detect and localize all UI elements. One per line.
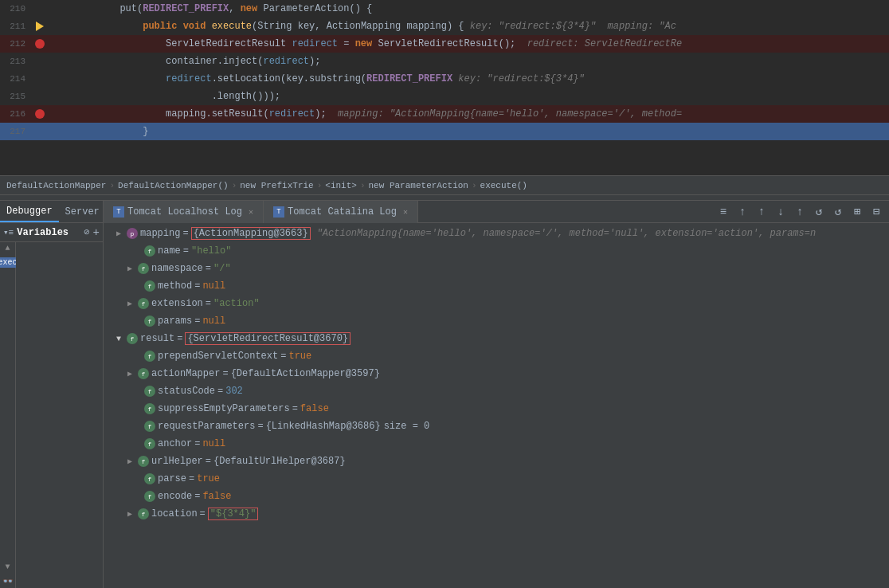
field-icon-anchor: f [144, 438, 155, 449]
debug-tabs-bar: T Tomcat Localhost Log ✕ T Tomcat Catali… [104, 201, 889, 223]
tomcat-catalina-close[interactable]: ✕ [403, 207, 408, 217]
var-row-statuscode[interactable]: ▶ f statusCode = 302 [104, 382, 889, 400]
scroll-down-icon[interactable]: ▼ [5, 563, 10, 571]
glasses-icon[interactable]: 👓 [2, 576, 14, 586]
var-val-params: null [202, 316, 225, 327]
var-eq-params: = [194, 316, 200, 327]
variable-tree: ▶ p mapping = {ActionMapping@3663} "Acti… [104, 223, 889, 588]
var-row-anchor[interactable]: ▶ f anchor = null [104, 435, 889, 453]
breadcrumb-sep-4: › [360, 181, 366, 190]
arrow-mapping[interactable]: ▶ [113, 228, 124, 239]
var-row-actionmapper[interactable]: ▶ f actionMapper = {DefaultActionMapper@… [104, 365, 889, 382]
code-line-213: 213 container.inject(redirect); [0, 53, 889, 70]
var-name-prepend: prependServletContext [158, 351, 278, 362]
step-into-icon[interactable]: ↓ [754, 204, 770, 220]
var-row-mapping[interactable]: ▶ p mapping = {ActionMapping@3663} "Acti… [104, 225, 889, 242]
line-gutter-212 [32, 39, 48, 49]
run-to-cursor-icon[interactable]: ↑ [792, 204, 808, 220]
var-val-parse: true [197, 473, 220, 484]
tomcat-catalina-tab[interactable]: T Tomcat Catalina Log ✕ [264, 201, 418, 223]
arrow-urlhelper[interactable]: ▶ [124, 456, 135, 467]
var-extra-reqparams: size = 0 [384, 421, 430, 432]
var-row-name[interactable]: ▶ f name = "hello" [104, 242, 889, 260]
tomcat-catalina-label: Tomcat Catalina Log [288, 206, 397, 218]
var-name-location: location [151, 508, 198, 519]
debug-sidebar: Debugger Server ▾≡ Variables ⊘ + ▲ exec … [0, 201, 104, 588]
var-row-extension[interactable]: ▶ f extension = "action" [104, 295, 889, 312]
var-val-encode: false [202, 491, 231, 502]
arrow-result[interactable]: ▼ [113, 333, 124, 344]
var-val-namespace: "/" [213, 263, 231, 274]
var-eq-anchor: = [194, 438, 200, 449]
var-row-params[interactable]: ▶ f params = null [104, 312, 889, 330]
var-eq-prepend: = [280, 351, 286, 362]
table-view-icon[interactable]: ⊞ [849, 204, 865, 220]
line-number-216: 216 [0, 105, 32, 123]
step-over-icon[interactable]: ↑ [734, 204, 750, 220]
var-eq-location: = [200, 508, 206, 519]
var-eq-statuscode: = [217, 386, 223, 397]
var-val-anchor: null [202, 438, 225, 449]
tab-debugger[interactable]: Debugger [0, 201, 59, 222]
var-row-namespace[interactable]: ▶ f namespace = "/" [104, 260, 889, 277]
step-out-icon[interactable]: ↓ [773, 204, 789, 220]
var-row-encode[interactable]: ▶ f encode = false [104, 488, 889, 505]
var-name-reqparams: requestParameters [158, 421, 255, 432]
filter-icon[interactable]: ⊘ [84, 226, 89, 238]
resume-icon[interactable]: ↺ [830, 204, 846, 220]
var-row-parse[interactable]: ▶ f parse = true [104, 470, 889, 488]
arrow-actionmapper[interactable]: ▶ [124, 368, 135, 379]
debug-area: Debugger Server ▾≡ Variables ⊘ + ▲ exec … [0, 201, 889, 588]
tomcat-localhost-close[interactable]: ✕ [249, 207, 253, 217]
code-line-215: 215 .length())); [0, 88, 889, 105]
var-name-actionmapper: actionMapper [151, 368, 220, 379]
var-name-anchor: anchor [158, 438, 192, 449]
var-row-result[interactable]: ▼ f result = {ServletRedirectResult@3670… [104, 330, 889, 347]
arrow-extension[interactable]: ▶ [124, 298, 135, 309]
var-eq-encode: = [194, 491, 200, 502]
breadcrumb-item-2[interactable]: DefaultActionMapper() [118, 181, 229, 190]
arrow-location[interactable]: ▶ [124, 508, 135, 519]
var-name-extension: extension [151, 298, 203, 309]
line-gutter-216 [32, 109, 48, 119]
variables-header-row: ▾≡ Variables ⊘ + [0, 223, 103, 242]
separator [0, 194, 889, 201]
rerun-icon[interactable]: ↺ [811, 204, 827, 220]
line-content-211: public void execute(String key, ActionMa… [48, 18, 889, 35]
breadcrumb-bar: DefaultActionMapper › DefaultActionMappe… [0, 175, 889, 194]
var-name-method: method [158, 280, 192, 292]
line-content-214: redirect.setLocation(key.substring(REDIR… [48, 70, 889, 88]
var-ref-result: {ServletRedirectResult@3670} [185, 332, 351, 345]
line-content-210: put(REDIRECT_PREFIX, new ParameterAction… [48, 0, 889, 18]
field-icon-result: f [127, 333, 138, 344]
var-row-location[interactable]: ▶ f location = "${3*4}" [104, 505, 889, 523]
var-row-urlhelper[interactable]: ▶ f urlHelper = {DefaultUrlHelper@3687} [104, 453, 889, 470]
tab-server[interactable]: Server [59, 201, 106, 222]
var-row-method[interactable]: ▶ f method = null [104, 277, 889, 295]
var-name-suppress: suppressEmptyParameters [158, 403, 290, 414]
breadcrumb-item-4[interactable]: <init> [325, 181, 357, 190]
var-ref-mapping: {ActionMapping@3663} [191, 227, 311, 240]
var-row-reqparams[interactable]: ▶ f requestParameters = {LinkedHashMap@3… [104, 417, 889, 435]
var-row-prepend[interactable]: ▶ f prependServletContext = true [104, 347, 889, 365]
line-content-216: mapping.setResult(redirect); mapping: "A… [48, 105, 889, 123]
left-controls: ▲ exec ▼ 👓 [0, 242, 103, 588]
var-list-icon: ▾≡ [3, 227, 14, 237]
var-eq-actionmapper: = [222, 368, 228, 379]
line-content-212: ServletRedirectResult redirect = new Ser… [48, 35, 889, 53]
settings-icon[interactable]: ⊟ [868, 204, 884, 220]
scroll-up-icon[interactable]: ▲ [5, 244, 10, 253]
code-line-211: 211 public void execute(String key, Acti… [0, 18, 889, 35]
menu-icon[interactable]: ≡ [715, 204, 731, 220]
code-line-217: 217 } [0, 123, 889, 140]
breadcrumb-item-3[interactable]: new PrefixTrie [240, 181, 313, 190]
add-icon[interactable]: + [93, 226, 100, 239]
breadcrumb-item-5[interactable]: new ParameterAction [369, 181, 468, 190]
tomcat-localhost-tab[interactable]: T Tomcat Localhost Log ✕ [104, 201, 264, 223]
breadcrumb-item-6[interactable]: execute() [480, 181, 527, 190]
field-icon-actionmapper: f [138, 368, 149, 379]
var-row-suppress[interactable]: ▶ f suppressEmptyParameters = false [104, 400, 889, 417]
code-line-212: 212 ServletRedirectResult redirect = new… [0, 35, 889, 53]
arrow-namespace[interactable]: ▶ [124, 263, 135, 274]
breadcrumb-item-1[interactable]: DefaultActionMapper [6, 181, 106, 190]
